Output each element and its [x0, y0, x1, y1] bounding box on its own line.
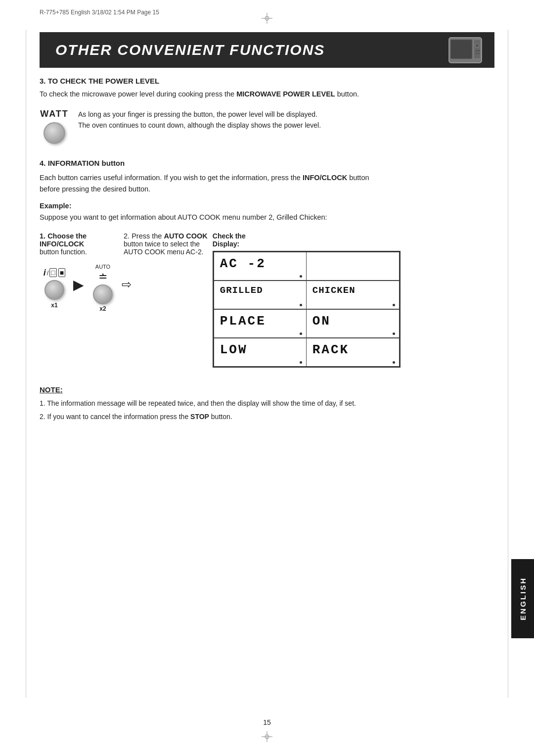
border-right: [508, 30, 508, 698]
english-tab-text: ENGLISH: [519, 577, 527, 620]
steps-display-area: 1. Choose the INFO/CLOCK button function…: [40, 232, 494, 368]
section-4-body1: Each button carries useful information. …: [40, 174, 303, 182]
section-4-body1-bold: INFO/CLOCK: [303, 174, 347, 182]
section-4-body: Each button carries useful information. …: [40, 172, 494, 195]
check-the-display-label: Check theDisplay:: [213, 232, 400, 248]
section-4-heading: 4. INFORMATION: [40, 159, 99, 167]
section-3-body: To check the microwave power level durin…: [40, 89, 494, 100]
watt-text: As long as your finger is pressing the b…: [78, 109, 321, 131]
display-cell-chicken: CHICKEN: [307, 281, 400, 309]
note-item-1: 1. The information message will be repea…: [40, 398, 494, 409]
dot-icon-4: [300, 332, 302, 335]
section-3-title: 3. TO CHECK THE POWER LEVEL: [40, 77, 494, 85]
display-cell-grilled: GRILLED: [214, 281, 307, 309]
display-cell-place: PLACE: [214, 309, 307, 338]
note-item-2-suffix: button.: [209, 413, 232, 421]
watt-text-1: As long as your finger is pressing the b…: [78, 109, 321, 120]
section-4-body2: before pressing the desired button.: [40, 185, 150, 193]
note-section: NOTE: 1. The information message will be…: [40, 385, 494, 422]
auto-cook-button: [93, 284, 113, 304]
step-2-line1: 2. Press the AUTO COOK: [124, 232, 208, 240]
border-left: [26, 30, 26, 698]
auto-label: AUTO: [95, 264, 110, 270]
info-clock-icon: i / □ ■: [44, 268, 66, 278]
svg-rect-5: [474, 40, 481, 59]
note-item-2-bold: STOP: [190, 413, 209, 421]
section-3-body-end: button.: [335, 90, 359, 98]
header-meta-text: R-775+785 English 3/18/02 1:54 PM Page 1…: [40, 9, 159, 16]
info-clock-button: [44, 280, 64, 300]
step-2: 2. Press the AUTO COOK button twice to s…: [124, 232, 208, 256]
example-title: Example:: [40, 202, 494, 210]
svg-rect-8: [475, 53, 480, 54]
icons-row: i / □ ■ x1 ▶ AUTO ≐: [40, 264, 208, 312]
note-item-2: 2. If you want to cancel the information…: [40, 411, 494, 422]
step-1-text2: button function.: [40, 248, 109, 256]
svg-rect-7: [475, 50, 480, 51]
display-cell-rack: RACK: [307, 338, 400, 367]
section-4-heading-suffix: button: [99, 159, 125, 167]
watt-block: WATT As long as your finger is pressing …: [40, 109, 494, 144]
svg-point-6: [475, 44, 479, 47]
display-section: Check theDisplay: AC -2 GRILLED CHICKEN: [213, 232, 400, 368]
example-body: Suppose you want to get information abou…: [40, 212, 494, 223]
section-4-body1-end: button: [347, 174, 369, 182]
info-clock-icon-col: i / □ ■ x1: [40, 268, 69, 309]
x1-label: x1: [51, 302, 57, 309]
step-2-text2: button twice to select the: [124, 240, 208, 248]
display-cell-ac2: AC -2: [214, 252, 307, 281]
arrow-hollow-icon: ⇨: [122, 278, 132, 291]
page-title: OTHER CONVENIENT FUNCTIONS: [55, 42, 325, 58]
crosshair-top-icon: [262, 13, 272, 24]
dot-icon-6: [300, 361, 302, 364]
note-title: NOTE:: [40, 385, 494, 394]
steps-text-row: 1. Choose the INFO/CLOCK button function…: [40, 232, 208, 256]
note-item-2-prefix: 2. If you want to cancel the information…: [40, 413, 190, 421]
step-1-num: 1. Choose the: [40, 232, 109, 240]
dot-icon-3: [393, 304, 395, 306]
section-3-bold: MICROWAVE POWER LEVEL: [236, 90, 335, 98]
x2-label: x2: [99, 305, 106, 312]
main-content: 3. TO CHECK THE POWER LEVEL To check the…: [40, 77, 494, 424]
auto-cook-icon-col: AUTO ≐ x2: [88, 264, 118, 312]
display-cell-low: LOW: [214, 338, 307, 367]
display-cell-on: ON: [307, 309, 400, 338]
section-3-body-text: To check the microwave power level durin…: [40, 90, 236, 98]
english-tab: ENGLISH: [511, 559, 534, 638]
step-2-bold: AUTO COOK: [164, 232, 207, 240]
note-item-1-text: 1. The information message will be repea…: [40, 399, 356, 407]
step-2-num: 2.: [124, 232, 130, 240]
header-meta: R-775+785 English 3/18/02 1:54 PM Page 1…: [40, 9, 159, 16]
display-panels: AC -2 GRILLED CHICKEN PLACE ON: [213, 251, 400, 368]
step-2-text3: AUTO COOK menu AC-2.: [124, 248, 208, 256]
watt-button-icon: [44, 122, 65, 144]
section-4-title: 4. INFORMATION button: [40, 159, 494, 167]
auto-cook-squiggle-icon: ≐: [98, 271, 107, 284]
watt-text-2: The oven continues to count down, althou…: [78, 120, 321, 131]
microwave-icon: [448, 37, 483, 64]
step-1: 1. Choose the INFO/CLOCK button function…: [40, 232, 109, 256]
dot-icon: [300, 275, 302, 278]
steps-col: 1. Choose the INFO/CLOCK button function…: [40, 232, 208, 312]
note-list: 1. The information message will be repea…: [40, 398, 494, 422]
watt-label: WATT: [40, 109, 69, 119]
svg-rect-4: [450, 40, 472, 59]
dot-icon-2: [300, 304, 302, 306]
watt-label-col: WATT: [40, 109, 69, 144]
crosshair-bottom-icon: [262, 731, 272, 742]
section-4: 4. INFORMATION button Each button carrie…: [40, 159, 494, 368]
page-number: 15: [263, 718, 271, 726]
display-cell-empty1: [307, 252, 400, 281]
arrow-right-icon: ▶: [73, 277, 84, 293]
section-3: 3. TO CHECK THE POWER LEVEL To check the…: [40, 77, 494, 144]
title-banner: OTHER CONVENIENT FUNCTIONS: [40, 32, 494, 68]
dot-icon-5: [393, 332, 395, 335]
step-1-bold: INFO/CLOCK: [40, 240, 109, 248]
dot-icon-7: [393, 361, 395, 364]
